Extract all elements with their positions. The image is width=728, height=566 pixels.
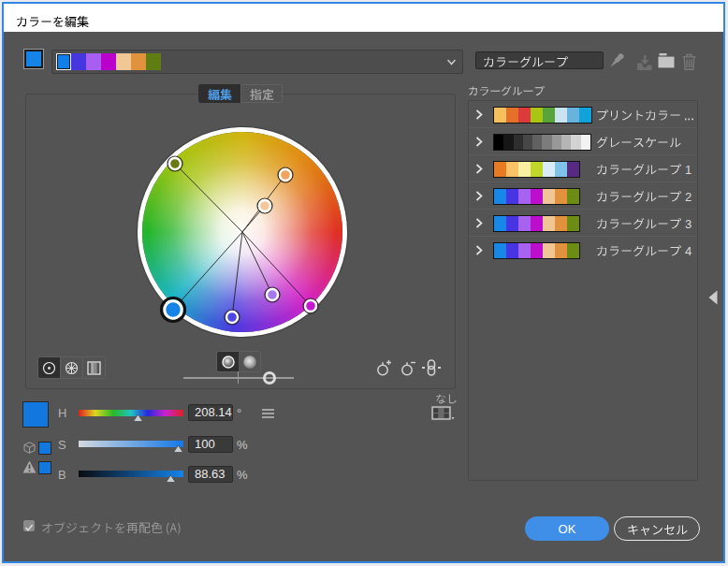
new-color-group-folder-icon[interactable]	[658, 52, 675, 68]
color-groups-list: プリントカラー ... グレースケール 1 カラーグループ 1	[468, 100, 698, 481]
group-name: 3 カラーグループ 3	[596, 214, 692, 232]
color-mode-menu-icon[interactable]	[262, 409, 274, 418]
chevron-down-icon	[447, 58, 456, 66]
saturation-value-input[interactable]: 100	[188, 436, 233, 453]
group-swatch-strip	[493, 107, 592, 123]
saturation-slider[interactable]	[79, 441, 183, 447]
dialog-title: カラーを編集	[16, 12, 89, 30]
limit-library-grid-icon[interactable]	[431, 406, 455, 420]
expand-chevron-icon[interactable]	[475, 137, 483, 147]
hue-label: H	[58, 406, 66, 420]
web-safe-color-swatch[interactable]	[38, 442, 51, 455]
group-name: 1 カラーグループ 1	[596, 160, 692, 178]
recolor-artwork-checkbox[interactable]	[23, 520, 35, 531]
out-of-gamut-warning-icon[interactable]	[22, 460, 36, 473]
collapse-panel-arrow[interactable]	[708, 290, 718, 305]
saturation-slider-thumb[interactable]	[173, 445, 183, 453]
in-gamut-color-swatch[interactable]	[38, 461, 51, 474]
limit-library-value: なし	[435, 390, 458, 406]
brightness-unit: %	[237, 468, 248, 482]
out-of-web-cube-icon[interactable]	[23, 442, 36, 454]
group-name: 4 カラーグループ 4	[596, 241, 692, 259]
tab-edit[interactable]: 編集	[198, 84, 240, 103]
hue-slider[interactable]	[79, 410, 183, 416]
color-group-row-1[interactable]: 1 カラーグループ 1	[469, 155, 697, 182]
group-swatch-strip	[493, 242, 580, 259]
color-group-row-print[interactable]: プリントカラー ...	[469, 101, 697, 128]
saturation-label: S	[58, 438, 66, 452]
brightness-label: B	[58, 468, 66, 482]
color-group-row-3[interactable]: 3 カラーグループ 3	[469, 210, 697, 237]
group-name: 2 カラーグループ 2	[596, 187, 692, 205]
eyedropper-icon[interactable]	[608, 51, 626, 69]
expand-chevron-icon[interactable]	[475, 245, 483, 255]
saturation-unit: %	[237, 438, 248, 452]
brightness-slider-thumb[interactable]	[166, 475, 176, 483]
group-name: グレースケール	[596, 133, 681, 151]
color-group-name-input[interactable]: カラーグループ	[475, 51, 604, 69]
tab-assign[interactable]: 指定	[240, 84, 283, 103]
color-group-row-4[interactable]: 4 カラーグループ 4	[469, 237, 697, 264]
color-group-row-2[interactable]: 2 カラーグループ 2	[469, 182, 697, 210]
group-swatch-strip	[493, 188, 580, 205]
cancel-button[interactable]: キャンセル	[614, 516, 700, 541]
edit-colors-dialog: カラーを編集 カラーグループ 編集	[0, 0, 728, 566]
hue-value-input[interactable]: 208.14	[188, 404, 233, 421]
active-group-swatches	[56, 53, 161, 70]
group-swatch-strip	[493, 215, 580, 232]
color-group-row-grayscale[interactable]: グレースケール	[469, 128, 697, 155]
save-group-icon[interactable]	[636, 54, 653, 70]
expand-chevron-icon[interactable]	[475, 164, 483, 174]
edit-wheel-panel	[25, 94, 456, 389]
group-name: プリントカラー ...	[596, 106, 694, 123]
active-color-group-dropdown[interactable]	[51, 50, 463, 74]
current-color-swatch	[22, 401, 49, 428]
ok-button[interactable]: OK	[525, 516, 609, 541]
group-swatch-strip	[493, 134, 591, 151]
base-color-swatch	[24, 50, 43, 68]
dialog-titlebar[interactable]: カラーを編集	[4, 4, 723, 32]
expand-chevron-icon[interactable]	[475, 191, 483, 201]
recolor-artwork-label: オブジェクトを再配色 (A)	[41, 518, 182, 536]
expand-chevron-icon[interactable]	[475, 109, 483, 120]
expand-chevron-icon[interactable]	[475, 218, 483, 228]
hue-unit: °	[237, 406, 241, 420]
color-groups-heading: カラーグループ	[467, 82, 546, 98]
group-swatch-strip	[493, 161, 580, 178]
brightness-value-input[interactable]: 88.63	[188, 466, 233, 483]
hue-slider-thumb[interactable]	[133, 414, 143, 422]
delete-trash-icon[interactable]	[681, 53, 697, 70]
